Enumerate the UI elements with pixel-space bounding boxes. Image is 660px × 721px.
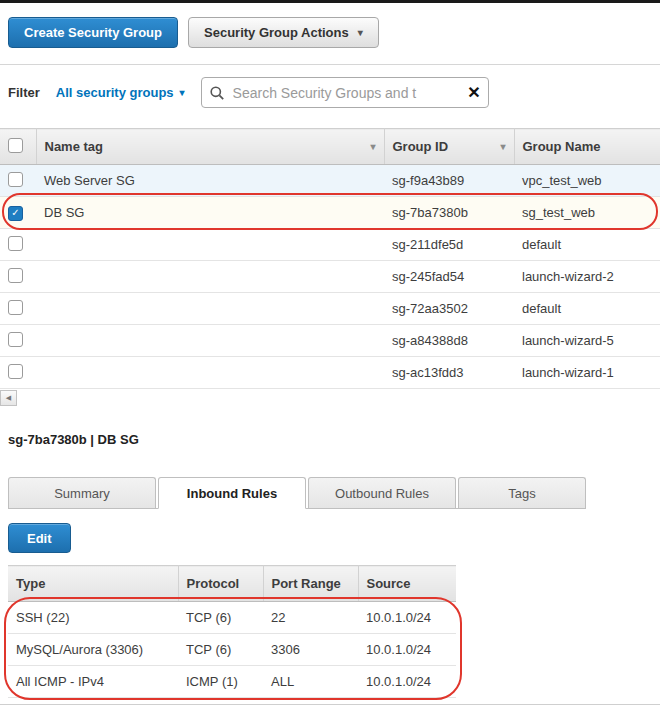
- tab-outbound-rules[interactable]: Outbound Rules: [308, 477, 456, 508]
- cell-name-tag: [36, 357, 384, 389]
- row-checkbox[interactable]: ✓: [8, 206, 23, 221]
- table-row[interactable]: ✓DB SGsg-7ba7380bsg_test_web: [0, 197, 660, 229]
- select-all-checkbox[interactable]: [8, 138, 23, 153]
- column-header-group-name[interactable]: Group Name: [514, 129, 660, 165]
- sg-table-body: Web Server SGsg-f9a43b89vpc_test_web✓DB …: [0, 165, 660, 389]
- filter-scope-dropdown[interactable]: All security groups ▾: [56, 85, 185, 100]
- cell-port-range: ALL: [263, 666, 358, 698]
- security-groups-table: Name tag ▾ Group ID ▾ Group Name: [0, 128, 660, 389]
- table-header-row: Name tag ▾ Group ID ▾ Group Name: [0, 129, 660, 165]
- table-row[interactable]: sg-211dfe5ddefault: [0, 229, 660, 261]
- cell-type: SSH (22): [8, 602, 178, 634]
- filter-scope-value: All security groups: [56, 85, 174, 100]
- table-row[interactable]: sg-72aa3502default: [0, 293, 660, 325]
- cell-group-id: sg-245fad54: [384, 261, 514, 293]
- cell-group-name: launch-wizard-2: [514, 261, 660, 293]
- column-header-name-tag[interactable]: Name tag ▾: [36, 129, 384, 165]
- sort-down-icon[interactable]: ▾: [500, 141, 505, 152]
- cell-type: MySQL/Aurora (3306): [8, 634, 178, 666]
- cell-source: 10.0.1.0/24: [358, 634, 456, 666]
- chevron-down-icon: ▾: [358, 28, 363, 38]
- column-label-name-tag: Name tag: [45, 139, 104, 154]
- toolbar: Create Security Group Security Group Act…: [0, 3, 660, 65]
- row-checkbox[interactable]: [8, 300, 23, 315]
- cell-name-tag: [36, 261, 384, 293]
- filter-bar: Filter All security groups ▾ ✕: [0, 65, 660, 120]
- row-checkbox-cell: [0, 325, 36, 357]
- search-box: ✕: [201, 77, 489, 108]
- cell-group-id: sg-72aa3502: [384, 293, 514, 325]
- table-row[interactable]: Web Server SGsg-f9a43b89vpc_test_web: [0, 165, 660, 197]
- column-header-protocol: Protocol: [178, 566, 263, 602]
- cell-name-tag: [36, 325, 384, 357]
- cell-source: 10.0.1.0/24: [358, 602, 456, 634]
- cell-group-id: sg-7ba7380b: [384, 197, 514, 229]
- cell-protocol: TCP (6): [178, 634, 263, 666]
- cell-protocol: TCP (6): [178, 602, 263, 634]
- rules-header-row: Type Protocol Port Range Source: [8, 566, 456, 602]
- cell-group-id: sg-211dfe5d: [384, 229, 514, 261]
- cell-group-name: launch-wizard-1: [514, 357, 660, 389]
- edit-bar: Edit: [8, 523, 660, 553]
- cell-name-tag: [36, 229, 384, 261]
- table-row[interactable]: sg-245fad54launch-wizard-2: [0, 261, 660, 293]
- row-checkbox-cell: [0, 293, 36, 325]
- create-security-group-button[interactable]: Create Security Group: [8, 17, 178, 48]
- row-checkbox[interactable]: [8, 332, 23, 347]
- cell-group-name: default: [514, 293, 660, 325]
- tab-tags[interactable]: Tags: [458, 477, 586, 508]
- column-label-group-id: Group ID: [393, 139, 449, 154]
- row-checkbox[interactable]: [8, 364, 23, 379]
- tab-strip: SummaryInbound RulesOutbound RulesTags: [8, 477, 586, 509]
- cell-port-range: 22: [263, 602, 358, 634]
- cell-source: 10.0.1.0/24: [358, 666, 456, 698]
- cell-group-name: default: [514, 229, 660, 261]
- inbound-rules-table-wrap: Type Protocol Port Range Source SSH (22)…: [8, 565, 456, 698]
- row-checkbox[interactable]: [8, 268, 23, 283]
- security-group-actions-label: Security Group Actions: [204, 25, 349, 40]
- create-security-group-label: Create Security Group: [24, 25, 162, 40]
- select-all-header[interactable]: [0, 129, 36, 165]
- filter-label: Filter: [8, 85, 40, 100]
- sort-down-icon[interactable]: ▾: [370, 141, 375, 152]
- edit-button-label: Edit: [27, 531, 52, 546]
- cell-protocol: ICMP (1): [178, 666, 263, 698]
- search-icon: [209, 85, 225, 101]
- row-checkbox[interactable]: [8, 172, 23, 187]
- edit-button[interactable]: Edit: [8, 523, 71, 553]
- cell-group-id: sg-a84388d8: [384, 325, 514, 357]
- horizontal-scrollbar[interactable]: ◀: [0, 389, 660, 406]
- ec2-security-groups-panel: Create Security Group Security Group Act…: [0, 0, 660, 721]
- cell-name-tag: Web Server SG: [36, 165, 384, 197]
- row-checkbox-cell: [0, 357, 36, 389]
- table-row[interactable]: sg-a84388d8launch-wizard-5: [0, 325, 660, 357]
- column-header-group-id[interactable]: Group ID ▾: [384, 129, 514, 165]
- tab-inbound-rules[interactable]: Inbound Rules: [158, 477, 306, 509]
- row-checkbox-cell: [0, 229, 36, 261]
- row-checkbox-cell: [0, 261, 36, 293]
- clear-search-icon[interactable]: ✕: [467, 85, 480, 101]
- cell-name-tag: DB SG: [36, 197, 384, 229]
- tab-summary[interactable]: Summary: [8, 477, 156, 508]
- cell-group-name: sg_test_web: [514, 197, 660, 229]
- cell-name-tag: [36, 293, 384, 325]
- table-row[interactable]: sg-ac13fdd3launch-wizard-1: [0, 357, 660, 389]
- security-group-actions-button[interactable]: Security Group Actions ▾: [188, 17, 379, 48]
- column-header-source: Source: [358, 566, 456, 602]
- cell-group-id: sg-ac13fdd3: [384, 357, 514, 389]
- row-checkbox-cell: [0, 165, 36, 197]
- cell-group-name: vpc_test_web: [514, 165, 660, 197]
- scroll-left-icon[interactable]: ◀: [0, 390, 17, 406]
- cell-port-range: 3306: [263, 634, 358, 666]
- row-checkbox[interactable]: [8, 236, 23, 251]
- rules-table-body: SSH (22)TCP (6)2210.0.1.0/24MySQL/Aurora…: [8, 602, 456, 698]
- column-header-port-range: Port Range: [263, 566, 358, 602]
- security-groups-table-wrap: Name tag ▾ Group ID ▾ Group Name: [0, 128, 660, 389]
- column-header-type: Type: [8, 566, 178, 602]
- rule-row: MySQL/Aurora (3306)TCP (6)330610.0.1.0/2…: [8, 634, 456, 666]
- inbound-rules-table: Type Protocol Port Range Source SSH (22)…: [8, 565, 456, 698]
- search-input[interactable]: [231, 84, 462, 102]
- rule-row: SSH (22)TCP (6)2210.0.1.0/24: [8, 602, 456, 634]
- cell-group-id: sg-f9a43b89: [384, 165, 514, 197]
- selected-group-title: sg-7ba7380b | DB SG: [8, 432, 652, 447]
